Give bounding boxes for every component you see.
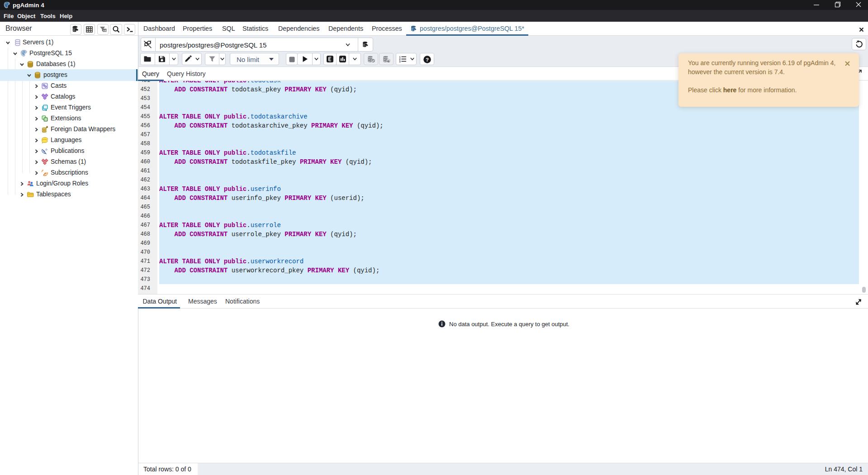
- svg-text:3: 3: [399, 60, 401, 63]
- svg-text:?: ?: [425, 57, 428, 62]
